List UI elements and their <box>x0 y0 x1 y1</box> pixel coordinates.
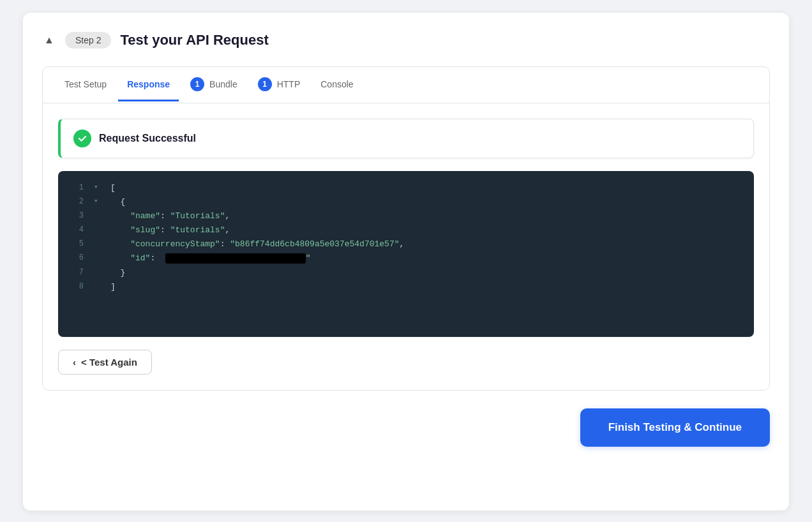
main-card: Test Setup Response 1 Bundle 1 HTTP Cons… <box>42 66 770 391</box>
tab-test-setup[interactable]: Test Setup <box>56 69 116 101</box>
success-banner: Request Successful <box>58 119 754 158</box>
code-content-5: "concurrencyStamp": "b86ff74dd6cb4809a5e… <box>110 237 404 251</box>
redacted-id <box>165 253 306 264</box>
code-line-8: 8 ] <box>71 280 741 294</box>
collapse-icon[interactable]: ▲ <box>42 33 56 47</box>
line-num-3: 3 <box>71 209 84 223</box>
code-line-6: 6 "id": " <box>71 251 741 265</box>
tab-console-label: Console <box>320 79 353 89</box>
tab-response[interactable]: Response <box>118 69 179 101</box>
code-line-3: 3 "name": "Tutorials", <box>71 209 741 223</box>
code-content-2: { <box>110 195 125 209</box>
line-num-6: 6 <box>71 251 84 265</box>
line-arrow-1: ▾ <box>94 181 100 195</box>
line-arrow-3 <box>94 209 100 223</box>
code-content-8: ] <box>110 280 116 294</box>
tab-bundle-badge: 1 <box>190 77 204 91</box>
line-num-1: 1 <box>71 181 84 195</box>
code-line-2: 2 ▾ { <box>71 195 741 209</box>
step-badge: Step 2 <box>65 32 111 48</box>
test-again-label: < Test Again <box>81 357 137 368</box>
code-line-1: 1 ▾ [ <box>71 181 741 195</box>
line-num-2: 2 <box>71 195 84 209</box>
code-line-5: 5 "concurrencyStamp": "b86ff74dd6cb4809a… <box>71 237 741 251</box>
code-content-4: "slug": "tutorials", <box>110 223 230 237</box>
success-icon <box>73 130 91 147</box>
bottom-row: ‹ < Test Again <box>58 350 754 375</box>
line-arrow-6 <box>94 251 100 265</box>
header-row: ▲ Step 2 Test your API Request <box>42 32 770 48</box>
success-text: Request Successful <box>99 133 196 144</box>
tab-console[interactable]: Console <box>312 69 362 101</box>
line-arrow-4 <box>94 223 100 237</box>
line-num-8: 8 <box>71 280 84 294</box>
line-arrow-7 <box>94 266 100 280</box>
card-body: Request Successful 1 ▾ [ 2 ▾ { 3 <box>43 103 769 390</box>
line-arrow-5 <box>94 237 100 251</box>
tab-response-label: Response <box>127 79 170 89</box>
line-num-5: 5 <box>71 237 84 251</box>
line-arrow-8 <box>94 280 100 294</box>
line-num-7: 7 <box>71 266 84 280</box>
tab-http[interactable]: 1 HTTP <box>249 67 310 103</box>
tab-bundle-label: Bundle <box>209 79 237 89</box>
tab-bundle[interactable]: 1 Bundle <box>181 67 246 103</box>
tab-http-label: HTTP <box>277 79 301 89</box>
tab-test-setup-label: Test Setup <box>64 79 107 89</box>
line-num-4: 4 <box>71 223 84 237</box>
test-again-button[interactable]: ‹ < Test Again <box>58 350 152 375</box>
code-content-7: } <box>110 266 125 280</box>
code-content-3: "name": "Tutorials", <box>110 209 230 223</box>
code-block: 1 ▾ [ 2 ▾ { 3 "name": "Tutorials", 4 <box>58 171 754 337</box>
finish-testing-button[interactable]: Finish Testing & Continue <box>580 408 770 447</box>
code-content-1: [ <box>110 181 116 195</box>
page-wrapper: ▲ Step 2 Test your API Request Test Setu… <box>23 13 789 511</box>
test-again-chevron: ‹ <box>73 357 76 368</box>
code-line-7: 7 } <box>71 266 741 280</box>
code-line-4: 4 "slug": "tutorials", <box>71 223 741 237</box>
page-title: Test your API Request <box>120 32 268 48</box>
page-bottom-row: Finish Testing & Continue <box>42 408 770 447</box>
code-content-6: "id": " <box>110 251 311 265</box>
line-arrow-2: ▾ <box>94 195 100 209</box>
tabs-row: Test Setup Response 1 Bundle 1 HTTP Cons… <box>43 67 769 103</box>
tab-http-badge: 1 <box>258 77 272 91</box>
